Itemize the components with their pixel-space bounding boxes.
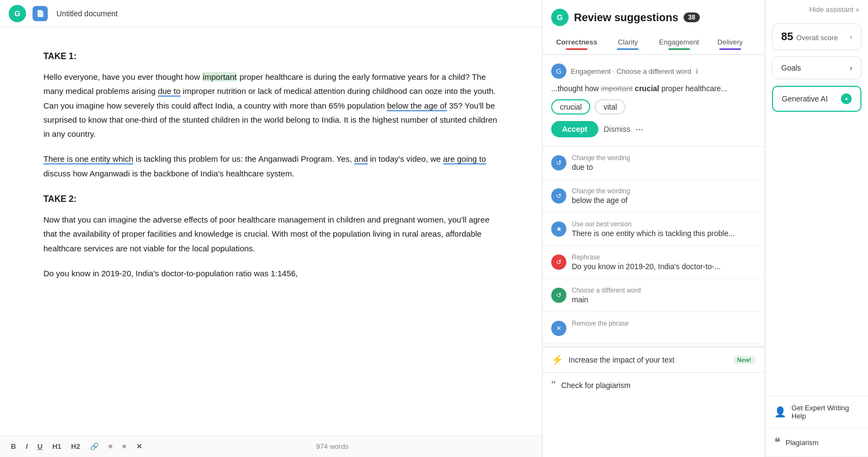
doc-title: Untitled document — [56, 9, 118, 18]
section-heading-take1: TAKE 1: — [43, 49, 499, 64]
editor-content[interactable]: TAKE 1: Hello everyone, have you ever th… — [0, 27, 542, 435]
grammarly-logo: G — [9, 5, 26, 22]
suggestion-content-1: Change the wording below the age of — [572, 187, 756, 205]
plagiarism-icon: " — [551, 379, 556, 391]
delivery-indicator — [719, 48, 741, 50]
suggestion-content-4: Choose a different word main — [572, 287, 756, 304]
overall-score-card[interactable]: 85 Overall score › — [772, 23, 861, 50]
chip-crucial[interactable]: crucial — [551, 99, 590, 115]
suggestion-text-0: due to — [572, 163, 756, 172]
paragraph-1[interactable]: Hello everyone, have you ever thought ho… — [43, 70, 499, 141]
h2-button[interactable]: H2 — [69, 441, 82, 452]
ul-button[interactable]: ≡ — [106, 441, 115, 452]
suggestion-item-4[interactable]: ↺ Choose a different word main — [542, 279, 764, 312]
expert-icon: 👤 — [774, 406, 786, 418]
clarity-indicator — [617, 48, 639, 50]
tab-correctness-label: Correctness — [556, 38, 597, 46]
suggestion-content-0: Change the wording due to — [572, 154, 756, 172]
suggestion-type-0: Change the wording — [572, 154, 756, 162]
suggestion-type-2: Use our best version — [572, 220, 756, 228]
sidebar-bottom: 👤 Get Expert Writing Help ❝ Plagiarism — [765, 396, 868, 457]
tab-engagement-label: Engagement — [659, 38, 699, 46]
paragraph-4[interactable]: Do you know in 2019-20, India's doctor-t… — [43, 266, 499, 281]
expert-writing-item[interactable]: 👤 Get Expert Writing Help — [765, 396, 868, 428]
hide-assistant-label: Hide assistant — [809, 5, 854, 14]
suggestion-text-1: below the age of — [572, 196, 756, 205]
topbar: G 📄 Untitled document — [0, 0, 542, 27]
clear-format-button[interactable]: ✕ — [134, 441, 144, 452]
link-button[interactable]: 🔗 — [88, 441, 101, 452]
ol-button[interactable]: ≡ — [120, 441, 129, 452]
suggestion-icon-1: ↺ — [551, 188, 566, 204]
impact-banner[interactable]: ⚡ Increase the impact of your text New! — [542, 346, 764, 372]
doc-icon: 📄 — [33, 6, 48, 21]
score-value: 85 — [781, 30, 793, 42]
goals-arrow-icon: › — [850, 64, 852, 72]
suggestion-item-3[interactable]: ↺ Rephrase Do you know in 2019-20, India… — [542, 246, 764, 279]
suggestion-icon-4: ↺ — [551, 288, 566, 303]
bold-button[interactable]: B — [9, 441, 18, 452]
engagement-icon: G — [551, 64, 566, 79]
suggestion-icon-0: ↺ — [551, 155, 566, 170]
h1-button[interactable]: H1 — [50, 441, 63, 452]
suggestion-type-3: Rephrase — [572, 253, 756, 261]
paragraph-3[interactable]: Now that you can imagine the adverse eff… — [43, 213, 499, 256]
more-button[interactable]: ··· — [636, 124, 644, 135]
goals-label: Goals — [781, 64, 801, 72]
new-badge: New! — [733, 356, 756, 364]
suggestion-type-4: Choose a different word — [572, 287, 756, 294]
accept-button[interactable]: Accept — [551, 121, 598, 137]
info-icon: ℹ — [695, 67, 698, 75]
paragraph-2[interactable]: There is one entity which is tackling th… — [43, 152, 499, 181]
underline-button[interactable]: U — [35, 441, 44, 452]
suggestion-item-1[interactable]: ↺ Change the wording below the age of — [542, 180, 764, 213]
suggestion-text-3: Do you know in 2019-20, India's doctor-t… — [572, 262, 756, 271]
impact-text: Increase the impact of your text — [569, 356, 727, 364]
suggestion-actions: Accept Dismiss ··· — [551, 121, 756, 137]
plagiarism-banner[interactable]: " Check for plagiarism — [542, 372, 764, 397]
suggestion-type-1: Change the wording — [572, 187, 756, 195]
preview-before: ...thought how — [551, 84, 601, 93]
active-suggestion-card[interactable]: G Engagement · Choose a different word ℹ… — [542, 55, 764, 147]
suggestion-item-0[interactable]: ↺ Change the wording due to — [542, 147, 764, 180]
suggestion-content-3: Rephrase Do you know in 2019-20, India's… — [572, 253, 756, 271]
plagiarism-sidebar-label: Plagiarism — [786, 439, 819, 447]
plagiarism-sidebar-item[interactable]: ❝ Plagiarism — [765, 428, 868, 457]
generative-ai-label: Generative AI — [782, 94, 828, 103]
underlined-are-going: are going to — [443, 154, 486, 164]
suggestion-icon-3: ↺ — [551, 255, 566, 270]
tab-delivery[interactable]: Delivery — [705, 33, 756, 54]
goals-button[interactable]: Goals › — [772, 56, 861, 79]
suggestions-list: G Engagement · Choose a different word ℹ… — [542, 55, 764, 457]
plagiarism-sidebar-icon: ❝ — [774, 436, 780, 449]
italic-button[interactable]: I — [23, 441, 30, 452]
hide-assistant-button[interactable]: Hide assistant » — [809, 5, 859, 14]
underlined-entity: There is one entity which — [43, 154, 133, 164]
generative-ai-button[interactable]: Generative AI ✦ — [772, 86, 861, 112]
suggestions-count-badge: 38 — [684, 12, 699, 22]
highlighted-word-important: important — [202, 72, 238, 81]
suggestion-item-2[interactable]: ★ Use our best version There is one enti… — [542, 213, 764, 246]
underlined-due-to: due to — [158, 86, 181, 97]
editor-bottom-bar: B I U H1 H2 🔗 ≡ ≡ ✕ 974 words — [0, 435, 542, 457]
chip-vital[interactable]: vital — [595, 99, 626, 115]
impact-icon: ⚡ — [551, 354, 563, 366]
review-title: Review suggestions — [574, 11, 678, 24]
suggestion-text-4: main — [572, 295, 756, 304]
suggestion-item-5[interactable]: ✕ Remove the phrase — [542, 312, 764, 344]
new-word: crucial — [635, 84, 659, 93]
score-arrow-icon: › — [850, 33, 852, 41]
generative-ai-icon: ✦ — [841, 93, 852, 104]
dismiss-button[interactable]: Dismiss — [604, 125, 630, 134]
suggestion-content-5: Remove the phrase — [572, 320, 756, 328]
tab-clarity[interactable]: Clarity — [602, 33, 653, 54]
suggestion-content-2: Use our best version There is one entity… — [572, 220, 756, 238]
tab-engagement[interactable]: Engagement — [654, 33, 705, 54]
tab-bar: Correctness Clarity Engagement Delivery — [542, 33, 764, 55]
suggestion-icon-5: ✕ — [551, 321, 566, 336]
underlined-below-age: below the age of — [387, 101, 446, 111]
tab-correctness[interactable]: Correctness — [551, 33, 602, 54]
score-label: Overall score — [796, 34, 838, 42]
suggestion-text-2: There is one entity which is tackling th… — [572, 229, 756, 238]
preview-after: proper healthcare... — [661, 84, 727, 93]
